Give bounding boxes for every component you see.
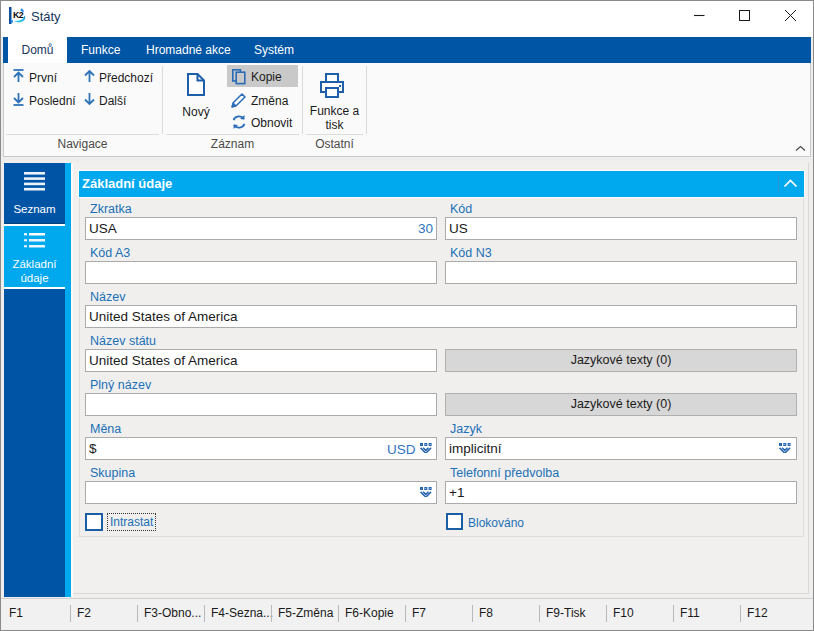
svg-text:K2: K2 bbox=[13, 10, 24, 20]
